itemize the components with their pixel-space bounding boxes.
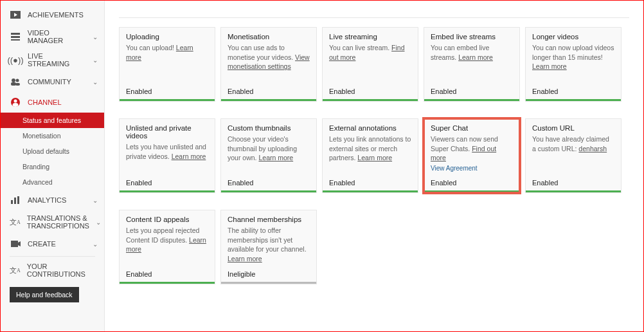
antenna-icon: ((●)) — [10, 55, 21, 65]
sidebar-item-create[interactable]: CREATE ⌄ — [1, 234, 104, 254]
user-icon — [10, 98, 21, 107]
people-icon — [10, 78, 21, 86]
card-desc: Choose your video's thumbnail by uploadi… — [221, 134, 316, 175]
card-status: Enabled — [526, 175, 621, 192]
sidebar-item-analytics[interactable]: ANALYTICS ⌄ — [1, 190, 104, 210]
sidebar-sub-label: Status and features — [22, 116, 81, 124]
learn-more-link[interactable]: Learn more — [228, 255, 262, 263]
sidebar-item-label: LIVE STREAMING — [28, 52, 86, 68]
chevron-down-icon: ⌄ — [93, 57, 98, 64]
svg-rect-14 — [17, 196, 19, 204]
custom-url-link[interactable]: denharsh — [578, 145, 607, 152]
learn-more-link[interactable]: Learn more — [258, 154, 293, 161]
sidebar-item-achievements[interactable]: ACHIEVEMENTS — [1, 5, 104, 25]
card-desc: Lets you link annotations to external si… — [323, 134, 418, 175]
translate-icon: 文A — [10, 266, 21, 275]
chevron-down-icon: ⌄ — [93, 241, 98, 248]
sidebar-item-live-streaming[interactable]: ((●)) LIVE STREAMING ⌄ — [1, 48, 104, 71]
sidebar-item-channel[interactable]: CHANNEL — [1, 92, 104, 113]
card-external: External annotations Lets you link annot… — [322, 118, 418, 193]
chevron-down-icon: ⌄ — [93, 33, 98, 41]
translate-icon: 文A — [10, 217, 21, 227]
card-desc: You can upload! Learn more — [120, 43, 215, 84]
card-monetisation: Monetisation You can use ads to monetise… — [220, 27, 317, 102]
svg-point-5 — [12, 78, 15, 82]
sidebar-sub-status[interactable]: Status and features — [1, 113, 104, 128]
card-title: Custom thumbnails — [221, 119, 316, 134]
sidebar-sub-label: Monetisation — [22, 132, 61, 140]
separator — [119, 17, 629, 18]
sidebar-sub-label: Advanced — [22, 178, 53, 186]
sidebar-item-label: CREATE — [28, 240, 56, 248]
feature-grid: Uploading You can upload! Learn more Ena… — [105, 27, 643, 102]
sidebar-item-translations[interactable]: 文A TRANSLATIONS & TRANSCRIPTIONS ⌄ — [1, 210, 104, 234]
card-status: Ineligible — [221, 266, 316, 284]
card-desc: You can now upload videos longer than 15… — [526, 43, 621, 84]
card-status: Enabled — [323, 175, 418, 192]
svg-rect-7 — [11, 82, 16, 86]
card-title: External annotations — [323, 119, 418, 134]
card-thumbnails: Custom thumbnails Choose your video's th… — [220, 118, 317, 193]
card-desc: You have already claimed a custom URL: d… — [526, 134, 621, 175]
card-uploading: Uploading You can upload! Learn more Ena… — [119, 27, 215, 102]
card-desc: Lets you appeal rejected Content ID disp… — [120, 226, 215, 266]
card-title: Content ID appeals — [120, 210, 215, 226]
card-title: Longer videos — [526, 28, 621, 43]
svg-point-6 — [16, 79, 19, 82]
sidebar-item-label: CHANNEL — [28, 98, 62, 106]
svg-rect-15 — [11, 241, 18, 247]
card-title: Super Chat — [424, 119, 519, 134]
card-status: Enabled — [120, 175, 215, 192]
sidebar-item-label: VIDEO MANAGER — [28, 29, 86, 44]
sidebar-item-community[interactable]: COMMUNITY ⌄ — [1, 71, 104, 92]
sidebar-sub-upload-defaults[interactable]: Upload defaults — [1, 143, 104, 159]
card-memberships: Channel memberships The ability to offer… — [220, 210, 317, 284]
card-longer-videos: Longer videos You can now upload videos … — [525, 27, 622, 102]
svg-marker-16 — [18, 241, 21, 246]
chevron-down-icon: ⌄ — [93, 78, 98, 86]
svg-point-10 — [14, 100, 17, 103]
card-custom-url: Custom URL You have already claimed a cu… — [525, 118, 622, 193]
sidebar-sub-advanced[interactable]: Advanced — [1, 174, 104, 190]
sidebar-item-label: COMMUNITY — [28, 78, 71, 86]
learn-more-link[interactable]: Learn more — [532, 62, 567, 70]
bars-icon — [10, 196, 21, 204]
sidebar-item-video-manager[interactable]: VIDEO MANAGER ⌄ — [1, 25, 104, 48]
card-status: Enabled — [221, 175, 316, 192]
sidebar-sub-branding[interactable]: Branding — [1, 159, 104, 174]
chevron-down-icon: ⌄ — [93, 197, 98, 204]
camera-icon — [10, 241, 21, 247]
card-status: Enabled — [323, 84, 418, 101]
help-button[interactable]: Help and feedback — [10, 287, 79, 302]
card-title: Live streaming — [323, 28, 418, 43]
card-status: Enabled — [120, 266, 215, 284]
divider — [10, 256, 95, 257]
play-icon — [10, 11, 21, 19]
sidebar-item-label: ACHIEVEMENTS — [28, 11, 84, 19]
svg-rect-8 — [15, 83, 20, 86]
sidebar-item-label: TRANSLATIONS & TRANSCRIPTIONS — [27, 214, 89, 230]
card-title: Unlisted and private videos — [120, 119, 215, 142]
card-super-chat: Super Chat Viewers can now send Super Ch… — [424, 118, 520, 193]
svg-rect-2 — [11, 33, 20, 35]
card-desc: You can use ads to monetise your videos.… — [221, 43, 316, 84]
learn-more-link[interactable]: Learn more — [458, 53, 493, 61]
card-desc: The ability to offer memberships isn't y… — [221, 226, 316, 266]
sidebar-item-contributions[interactable]: 文A YOUR CONTRIBUTIONS — [1, 259, 104, 282]
card-live-streaming: Live streaming You can live stream. Find… — [322, 27, 418, 102]
card-title: Embed live streams — [424, 28, 519, 43]
card-status: Enabled — [221, 84, 316, 101]
chevron-down-icon: ⌄ — [96, 219, 101, 226]
sidebar-sub-monetisation[interactable]: Monetisation — [1, 128, 104, 143]
main-content: Uploading You can upload! Learn more Ena… — [105, 1, 643, 331]
card-title: Channel memberships — [221, 210, 316, 226]
svg-rect-13 — [14, 198, 16, 204]
svg-point-11 — [13, 103, 19, 107]
learn-more-link[interactable]: Learn more — [172, 152, 206, 160]
sidebar-sub-label: Branding — [22, 163, 49, 171]
view-agreement-link[interactable]: View Agreement — [431, 164, 513, 173]
svg-rect-12 — [11, 200, 13, 204]
learn-more-link[interactable]: Learn more — [357, 154, 392, 161]
card-embed: Embed live streams You can embed live st… — [424, 27, 520, 102]
card-status: Enabled — [526, 84, 621, 101]
